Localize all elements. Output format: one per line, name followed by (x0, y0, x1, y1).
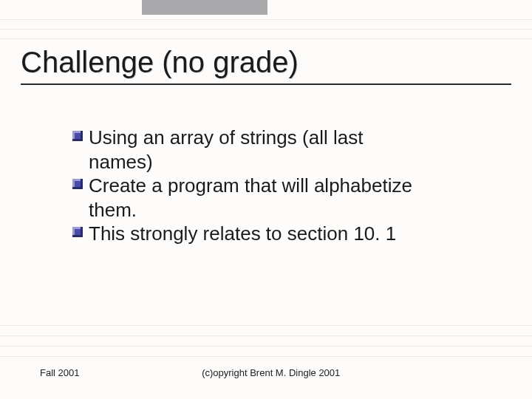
diamond-bullet-icon (72, 227, 83, 237)
decor-hline (0, 335, 532, 336)
decor-top-bar (142, 0, 267, 15)
diamond-bullet-icon (72, 179, 83, 189)
decor-hline (0, 356, 532, 357)
bullet-text: This strongly relates to section 10. 1 (89, 222, 396, 246)
decor-hline (0, 325, 532, 326)
bullet-text-wrap: them. (72, 198, 488, 222)
decor-hline (0, 29, 532, 30)
footer: Fall 2001 (c)opyright Brent M. Dingle 20… (40, 367, 492, 378)
bullet-text: Create a program that will alphabetize (89, 174, 412, 198)
bullet-text: Using an array of strings (all last (89, 126, 363, 150)
footer-center-text: (c)opyright Brent M. Dingle 2001 (50, 367, 492, 378)
bullet-item: Create a program that will alphabetize (72, 174, 488, 198)
bullet-item: This strongly relates to section 10. 1 (72, 222, 488, 246)
bullet-text-wrap: names) (72, 150, 488, 174)
diamond-bullet-icon (72, 131, 83, 141)
bullet-item: Using an array of strings (all last (72, 126, 488, 150)
decor-hline (0, 346, 532, 347)
decor-hline (0, 38, 532, 39)
decor-hline (0, 19, 532, 20)
title-underline (21, 83, 511, 85)
body-block: Using an array of strings (all last name… (72, 126, 488, 246)
title-block: Challenge (no grade) (21, 46, 511, 85)
slide-title: Challenge (no grade) (21, 46, 511, 79)
